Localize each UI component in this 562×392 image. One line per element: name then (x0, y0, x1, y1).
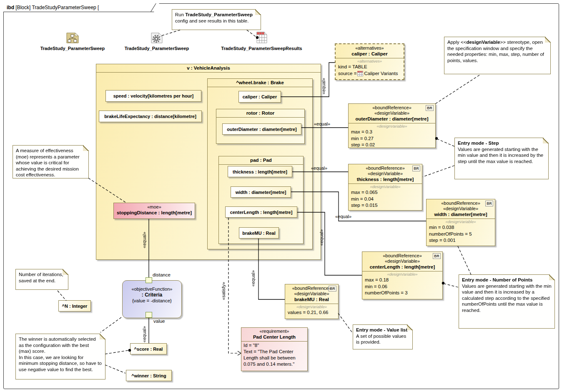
property-line: numberOfPoints = 5 (429, 231, 492, 238)
pin-value[interactable] (146, 312, 152, 318)
moe-stopping-distance[interactable]: «moe» stoppingDistance : length[metre] (113, 203, 195, 219)
part-center-length[interactable]: centerLength : length[metre] (225, 206, 297, 218)
stereotype-bound-reference: «boundReference» (427, 201, 494, 206)
note-moe-definition[interactable]: A measure of effectiveness (moe) represe… (13, 145, 89, 178)
note-entry-mode-value-list[interactable]: Entry mode - Value list A set of possibl… (353, 324, 413, 349)
config-label: TradeStudy_ParameterSweepResults (217, 46, 306, 51)
note-entry-mode-step[interactable]: Entry mode - Step Values are generated s… (454, 138, 549, 179)
stereotype-requirement: «requirement» (241, 329, 307, 334)
alternatives-name: caliper : Caliper (336, 51, 403, 57)
part-label: ^N : Integer (62, 304, 88, 309)
compartment-stereotype: «designVariable» (427, 219, 495, 224)
connector-label-equal: «equal» (311, 166, 327, 171)
diagram-kind: ibd (7, 5, 14, 10)
stereotype-moe: «moe» (114, 204, 195, 210)
property-line: min = 0.038 (429, 224, 492, 231)
part-caliper[interactable]: caliper : Caliper (238, 91, 281, 103)
connector-label-satisfy: «satisfy» (221, 282, 226, 300)
note-text: Run (175, 12, 185, 17)
property-line: min = 0.06 (365, 284, 440, 290)
requirement-name: Pad Center Length (241, 334, 307, 340)
property-line: numberOfPoints = 3 (365, 290, 440, 297)
note-iterations[interactable]: Number of iterations, saved at the end. (15, 269, 68, 290)
bound-ref-center-length[interactable]: BR «boundReference» «designVariable» cen… (362, 251, 443, 299)
part-brake-life-expectancy[interactable]: brakeLifeExpectancy : distance[kilometre… (99, 111, 202, 122)
note-text: Number of iterations, saved at the end. (19, 271, 65, 284)
bound-ref-outer-diameter[interactable]: BR «boundReference» «designVariable» out… (348, 103, 436, 148)
part-label: speed : velocity[kilometres per hour] (113, 93, 194, 98)
part-thickness[interactable]: thickness : length[metre] (228, 166, 292, 177)
hierarchy-diagram-icon (66, 33, 79, 43)
note-title: Entry mode - Number of Points (462, 277, 552, 283)
requirement-text: Text = "The Pad Center Length shall be b… (243, 349, 305, 367)
compartment-stereotype: «alternatives» (336, 58, 404, 64)
diagram-header-tab[interactable]: ibd [Block] TradeStudyParameterSweep [ T… (3, 3, 159, 12)
part-n-integer[interactable]: ^N : Integer (58, 300, 91, 312)
stereotype-bound-reference: «boundReference» (349, 166, 421, 171)
note-apply-design-variable[interactable]: Apply <<designVariable>> stereotype, ope… (444, 37, 551, 74)
bound-reference-badge: BR (485, 201, 493, 206)
bound-ref-width[interactable]: BR «boundReference» «designVariable» wid… (426, 199, 495, 246)
bound-ref-name: brakeMU : Real (286, 297, 337, 303)
note-text: Values are generated starting with the m… (462, 283, 552, 314)
note-text: config and see results in this table. (175, 18, 258, 24)
part-width[interactable]: width : diameter[metre] (231, 186, 291, 198)
stereotype-design-variable: «designVariable» (349, 111, 434, 116)
property-line: step = 0.015 (351, 202, 419, 209)
block-title: ^wheel.brake : Brake (208, 79, 312, 87)
config-item-tradestudy-analysis[interactable]: TradeStudy_ParameterSweep (121, 33, 192, 51)
note-text: In this case, we are looking for minimum… (19, 354, 102, 373)
compartment-stereotype: «designVariable» (362, 271, 442, 277)
config-item-results-table[interactable]: TradeStudy_ParameterSweepResults (217, 32, 306, 51)
block-title: rotor : Rotor (216, 109, 304, 118)
bound-reference-badge: BR (433, 253, 441, 259)
note-text: The winner is automatically selected as … (19, 336, 102, 354)
note-winner-selection[interactable]: The winner is automatically selected as … (15, 334, 105, 379)
part-label: outerDiameter : diameter[metre] (227, 127, 297, 132)
connector-label-equal: «equal» (142, 232, 147, 248)
connector-label-equal: «equal» (314, 121, 330, 126)
pin-label-distance: distance (153, 272, 171, 277)
bound-reference-badge: BR (329, 286, 336, 291)
stereotype-design-variable: «designVariable» (363, 259, 442, 264)
property-kind: kind = TABLE (338, 64, 401, 70)
bound-ref-brake-mu[interactable]: BR «boundReference» «designVariable» bra… (285, 284, 339, 319)
part-speed[interactable]: speed : velocity[kilometres per hour] (105, 90, 201, 102)
bound-reference-badge: BR (412, 166, 420, 171)
bound-ref-thickness[interactable]: BR «boundReference» «designVariable» thi… (348, 164, 422, 211)
block-title: v : VehicleAnalysis (96, 64, 321, 73)
part-winner-string[interactable]: ^winner : String (126, 370, 172, 381)
property-line: step = 0.001 (429, 237, 492, 244)
property-line: max = 0.3 (351, 129, 433, 136)
note-text: Values are generated starting with the m… (458, 146, 545, 165)
config-item-tradestudy-diagram[interactable]: TradeStudy_ParameterSweep (37, 33, 108, 51)
requirement-pad-center-length[interactable]: «requirement» Pad Center Length Id = "8"… (241, 327, 308, 371)
property-line: max = 0.065 (351, 189, 419, 196)
diagram-canvas: ibd [Block] TradeStudyParameterSweep [ T… (0, 0, 562, 392)
part-outer-diameter[interactable]: outerDiameter : diameter[metre] (222, 123, 301, 135)
pin-label-value: value (153, 319, 165, 324)
part-score-real[interactable]: ^score : Real (130, 343, 167, 354)
results-table-icon (256, 32, 267, 43)
property-line: step = 0.02 (351, 142, 433, 148)
stereotype-design-variable: «designVariable» (349, 171, 421, 176)
criteria-name: : Criteria (123, 292, 181, 298)
part-label: brakeLifeExpectancy : distance[kilometre… (104, 114, 196, 119)
compartment-stereotype: «designVariable» (349, 184, 422, 189)
note-run-config[interactable]: Run TradeStudy_ParameterSweep config and… (172, 9, 261, 30)
stereotype-bound-reference: «boundReference» (363, 253, 442, 259)
part-label: ^score : Real (134, 347, 163, 352)
stereotype-objective-function: «objectiveFunction» (123, 286, 181, 292)
note-entry-mode-number-of-points[interactable]: Entry mode - Number of Points Values are… (459, 274, 555, 329)
bound-ref-name: thickness : length[metre] (349, 176, 421, 183)
note-text-bold: designVariable (466, 40, 500, 45)
alternatives-caliper-box[interactable]: «alternatives» caliper : Caliper «altern… (335, 43, 404, 80)
stereotype-design-variable: «designVariable» (286, 291, 337, 297)
part-label: caliper : Caliper (243, 94, 277, 99)
property-line: values = 0.21, 0.66 (288, 309, 336, 316)
compartment-stereotype: «designVariable» (285, 304, 338, 309)
bound-ref-name: centerLength : length[metre] (363, 264, 442, 270)
part-brake-mu[interactable]: brakeMU : Real (239, 227, 279, 239)
config-label: TradeStudy_ParameterSweep (37, 46, 108, 51)
pin-distance[interactable] (146, 277, 152, 283)
